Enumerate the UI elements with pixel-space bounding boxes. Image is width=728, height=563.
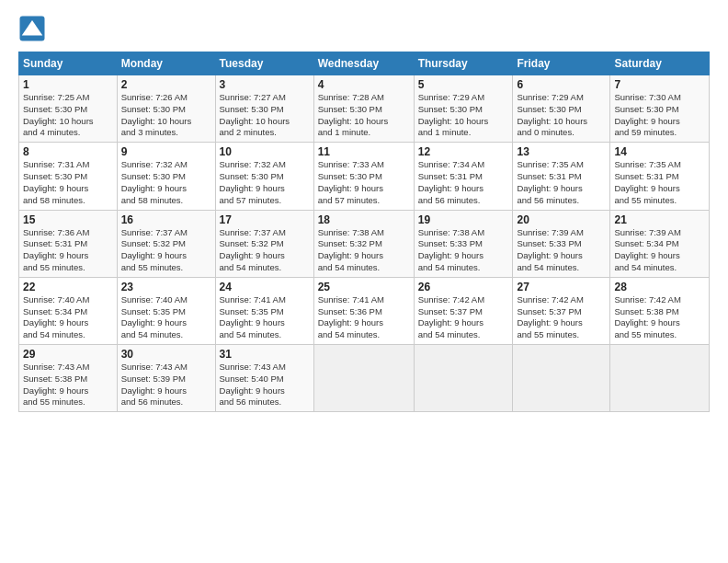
col-header-saturday: Saturday <box>610 52 710 75</box>
calendar-cell: 2Sunrise: 7:26 AMSunset: 5:30 PMDaylight… <box>117 75 215 143</box>
day-number: 28 <box>614 281 705 293</box>
calendar-cell: 21Sunrise: 7:39 AMSunset: 5:34 PMDayligh… <box>610 210 710 277</box>
day-info: Sunrise: 7:43 AMSunset: 5:38 PMDaylight:… <box>23 362 113 408</box>
day-info: Sunrise: 7:37 AMSunset: 5:32 PMDaylight:… <box>220 227 310 274</box>
day-info: Sunrise: 7:26 AMSunset: 5:30 PMDaylight:… <box>121 92 211 139</box>
day-info: Sunrise: 7:42 AMSunset: 5:37 PMDaylight:… <box>517 294 606 341</box>
day-info: Sunrise: 7:40 AMSunset: 5:34 PMDaylight:… <box>23 294 113 341</box>
day-info: Sunrise: 7:29 AMSunset: 5:30 PMDaylight:… <box>418 92 509 139</box>
calendar-cell: 8Sunrise: 7:31 AMSunset: 5:30 PMDaylight… <box>19 143 118 210</box>
calendar-cell: 7Sunrise: 7:30 AMSunset: 5:30 PMDaylight… <box>610 75 710 143</box>
col-header-sunday: Sunday <box>19 52 118 75</box>
calendar-cell: 6Sunrise: 7:29 AMSunset: 5:30 PMDaylight… <box>513 75 610 143</box>
day-info: Sunrise: 7:39 AMSunset: 5:34 PMDaylight:… <box>614 227 705 274</box>
calendar-cell: 5Sunrise: 7:29 AMSunset: 5:30 PMDaylight… <box>414 75 513 143</box>
col-header-monday: Monday <box>117 52 215 75</box>
calendar-week-row: 29Sunrise: 7:43 AMSunset: 5:38 PMDayligh… <box>19 345 710 412</box>
calendar-cell: 14Sunrise: 7:35 AMSunset: 5:31 PMDayligh… <box>610 143 710 210</box>
calendar-cell: 15Sunrise: 7:36 AMSunset: 5:31 PMDayligh… <box>19 210 118 277</box>
day-number: 1 <box>23 78 113 91</box>
calendar-cell: 10Sunrise: 7:32 AMSunset: 5:30 PMDayligh… <box>215 143 313 210</box>
day-info: Sunrise: 7:38 AMSunset: 5:32 PMDaylight:… <box>318 227 410 274</box>
calendar-week-row: 15Sunrise: 7:36 AMSunset: 5:31 PMDayligh… <box>19 210 710 277</box>
day-number: 11 <box>318 145 410 158</box>
day-info: Sunrise: 7:32 AMSunset: 5:30 PMDaylight:… <box>220 159 310 206</box>
day-info: Sunrise: 7:32 AMSunset: 5:30 PMDaylight:… <box>121 159 211 206</box>
day-number: 2 <box>121 78 211 91</box>
day-number: 4 <box>318 78 410 91</box>
day-info: Sunrise: 7:43 AMSunset: 5:40 PMDaylight:… <box>220 362 310 408</box>
day-info: Sunrise: 7:36 AMSunset: 5:31 PMDaylight:… <box>23 227 113 274</box>
logo-icon <box>18 15 46 42</box>
day-info: Sunrise: 7:43 AMSunset: 5:39 PMDaylight:… <box>121 362 211 408</box>
col-header-wednesday: Wednesday <box>313 52 414 75</box>
calendar-cell <box>513 345 610 412</box>
calendar-cell: 11Sunrise: 7:33 AMSunset: 5:30 PMDayligh… <box>313 143 414 210</box>
day-number: 31 <box>220 348 310 361</box>
day-number: 7 <box>614 78 705 91</box>
calendar-cell: 16Sunrise: 7:37 AMSunset: 5:32 PMDayligh… <box>117 210 215 277</box>
day-number: 29 <box>23 348 113 361</box>
calendar-cell: 20Sunrise: 7:39 AMSunset: 5:33 PMDayligh… <box>513 210 610 277</box>
day-number: 27 <box>517 281 606 293</box>
day-info: Sunrise: 7:35 AMSunset: 5:31 PMDaylight:… <box>517 159 606 206</box>
calendar-cell: 3Sunrise: 7:27 AMSunset: 5:30 PMDaylight… <box>215 75 313 143</box>
day-info: Sunrise: 7:42 AMSunset: 5:38 PMDaylight:… <box>614 294 705 341</box>
day-number: 9 <box>121 145 211 158</box>
logo <box>18 15 50 42</box>
day-info: Sunrise: 7:27 AMSunset: 5:30 PMDaylight:… <box>220 92 310 139</box>
calendar-cell: 19Sunrise: 7:38 AMSunset: 5:33 PMDayligh… <box>414 210 513 277</box>
calendar-cell: 28Sunrise: 7:42 AMSunset: 5:38 PMDayligh… <box>610 277 710 344</box>
day-info: Sunrise: 7:29 AMSunset: 5:30 PMDaylight:… <box>517 92 606 139</box>
day-info: Sunrise: 7:37 AMSunset: 5:32 PMDaylight:… <box>121 227 211 274</box>
day-number: 3 <box>220 78 310 91</box>
calendar-cell: 18Sunrise: 7:38 AMSunset: 5:32 PMDayligh… <box>313 210 414 277</box>
calendar-cell: 24Sunrise: 7:41 AMSunset: 5:35 PMDayligh… <box>215 277 313 344</box>
day-info: Sunrise: 7:41 AMSunset: 5:36 PMDaylight:… <box>318 294 410 341</box>
calendar-cell <box>414 345 513 412</box>
day-number: 5 <box>418 78 509 91</box>
calendar-cell: 17Sunrise: 7:37 AMSunset: 5:32 PMDayligh… <box>215 210 313 277</box>
calendar-cell: 23Sunrise: 7:40 AMSunset: 5:35 PMDayligh… <box>117 277 215 344</box>
calendar-cell: 12Sunrise: 7:34 AMSunset: 5:31 PMDayligh… <box>414 143 513 210</box>
day-info: Sunrise: 7:38 AMSunset: 5:33 PMDaylight:… <box>418 227 509 274</box>
day-info: Sunrise: 7:34 AMSunset: 5:31 PMDaylight:… <box>418 159 509 206</box>
col-header-friday: Friday <box>513 52 610 75</box>
day-number: 30 <box>121 348 211 361</box>
day-info: Sunrise: 7:42 AMSunset: 5:37 PMDaylight:… <box>418 294 509 341</box>
day-number: 25 <box>318 281 410 293</box>
calendar-cell: 22Sunrise: 7:40 AMSunset: 5:34 PMDayligh… <box>19 277 118 344</box>
col-header-thursday: Thursday <box>414 52 513 75</box>
calendar-cell: 29Sunrise: 7:43 AMSunset: 5:38 PMDayligh… <box>19 345 118 412</box>
header <box>18 15 710 42</box>
day-number: 15 <box>23 213 113 226</box>
day-number: 20 <box>517 213 606 226</box>
calendar-cell: 26Sunrise: 7:42 AMSunset: 5:37 PMDayligh… <box>414 277 513 344</box>
calendar-cell: 9Sunrise: 7:32 AMSunset: 5:30 PMDaylight… <box>117 143 215 210</box>
day-number: 23 <box>121 281 211 293</box>
calendar-cell: 4Sunrise: 7:28 AMSunset: 5:30 PMDaylight… <box>313 75 414 143</box>
calendar-week-row: 8Sunrise: 7:31 AMSunset: 5:30 PMDaylight… <box>19 143 710 210</box>
day-info: Sunrise: 7:35 AMSunset: 5:31 PMDaylight:… <box>614 159 705 206</box>
day-number: 26 <box>418 281 509 293</box>
day-number: 17 <box>220 213 310 226</box>
day-info: Sunrise: 7:28 AMSunset: 5:30 PMDaylight:… <box>318 92 410 139</box>
day-info: Sunrise: 7:40 AMSunset: 5:35 PMDaylight:… <box>121 294 211 341</box>
day-number: 21 <box>614 213 705 226</box>
day-info: Sunrise: 7:31 AMSunset: 5:30 PMDaylight:… <box>23 159 113 206</box>
calendar-cell: 1Sunrise: 7:25 AMSunset: 5:30 PMDaylight… <box>19 75 118 143</box>
day-number: 22 <box>23 281 113 293</box>
day-info: Sunrise: 7:41 AMSunset: 5:35 PMDaylight:… <box>220 294 310 341</box>
day-number: 12 <box>418 145 509 158</box>
day-info: Sunrise: 7:25 AMSunset: 5:30 PMDaylight:… <box>23 92 113 139</box>
day-number: 14 <box>614 145 705 158</box>
day-info: Sunrise: 7:39 AMSunset: 5:33 PMDaylight:… <box>517 227 606 274</box>
calendar-cell: 30Sunrise: 7:43 AMSunset: 5:39 PMDayligh… <box>117 345 215 412</box>
calendar-cell <box>313 345 414 412</box>
calendar-cell: 31Sunrise: 7:43 AMSunset: 5:40 PMDayligh… <box>215 345 313 412</box>
day-info: Sunrise: 7:33 AMSunset: 5:30 PMDaylight:… <box>318 159 410 206</box>
day-number: 19 <box>418 213 509 226</box>
col-header-tuesday: Tuesday <box>215 52 313 75</box>
day-number: 16 <box>121 213 211 226</box>
calendar-cell: 13Sunrise: 7:35 AMSunset: 5:31 PMDayligh… <box>513 143 610 210</box>
